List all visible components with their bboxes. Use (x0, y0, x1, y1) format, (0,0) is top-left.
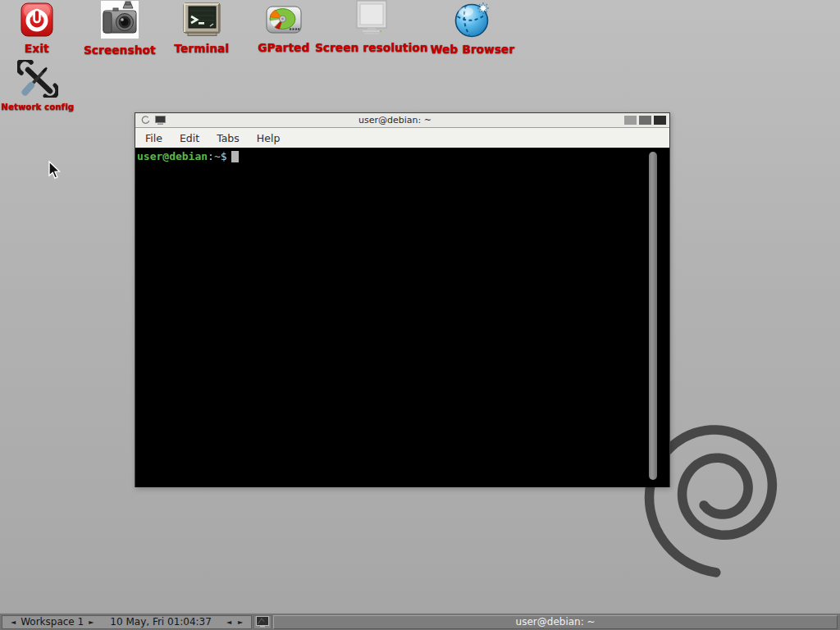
taskbar-window-icon[interactable] (253, 615, 272, 629)
pager-panel: ◄ Workspace 1 ► 10 May, Fri 01:04:37 ◄ ► (2, 615, 252, 629)
menu-help[interactable]: Help (256, 130, 281, 146)
shell-prompt: user@debian:~$ (135, 148, 669, 162)
task-prev-button[interactable]: ◄ (223, 615, 235, 629)
taskbar: ◄ Workspace 1 ► 10 May, Fri 01:04:37 ◄ ►… (0, 613, 840, 630)
clock: 10 May, Fri 01:04:37 (97, 616, 217, 628)
window-titlebar[interactable]: user@debian: ~ (135, 113, 669, 128)
menu-file[interactable]: File (144, 130, 163, 146)
close-button[interactable] (654, 116, 666, 125)
debian-swirl-icon[interactable] (141, 116, 150, 125)
prompt-symbol: $ (221, 150, 227, 162)
crt-terminal-icon (182, 2, 221, 40)
scrollbar-thumb[interactable] (649, 152, 657, 480)
prompt-user-host: user@debian (137, 150, 208, 162)
task-cycle-arrows: ◄ ► (223, 615, 246, 629)
desktop-icon-web-browser[interactable]: Web Browser (415, 2, 530, 56)
camera-icon (101, 1, 139, 42)
desktop: Exit Screenshot (0, 0, 840, 630)
task-button-terminal[interactable]: user@debian: ~ (273, 615, 838, 629)
power-icon (21, 2, 53, 40)
workspace-label: Workspace 1 (19, 616, 85, 628)
desktop-icon-network-config[interactable]: Network config (0, 60, 95, 112)
prompt-path: ~ (214, 150, 221, 162)
window-title: user@debian: ~ (168, 115, 622, 126)
icon-label: Screen resolution (314, 41, 429, 54)
workspace-prev-button[interactable]: ◄ (7, 615, 19, 629)
terminal-cursor (231, 151, 239, 162)
prompt-colon: : (208, 150, 214, 162)
globe-icon (454, 2, 491, 41)
icon-label: Network config (0, 103, 95, 112)
icon-label: Web Browser (415, 43, 530, 56)
window-app-icon (155, 116, 166, 125)
desktop-icon-screen-resolution[interactable]: Screen resolution (314, 0, 429, 54)
workspace-next-button[interactable]: ► (85, 615, 97, 629)
monitor-icon (353, 0, 390, 39)
minimize-button[interactable] (624, 116, 637, 125)
task-next-button[interactable]: ► (235, 615, 246, 629)
menu-tabs[interactable]: Tabs (216, 130, 240, 146)
tools-icon (17, 60, 58, 101)
terminal-window: user@debian: ~ File Edit Tabs Help user@… (135, 112, 670, 487)
maximize-button[interactable] (639, 116, 651, 125)
menu-edit[interactable]: Edit (179, 130, 200, 146)
window-menubar: File Edit Tabs Help (135, 128, 669, 148)
mouse-cursor (48, 161, 61, 180)
disk-partition-icon (265, 3, 303, 39)
terminal-content[interactable]: user@debian:~$ (135, 148, 669, 487)
